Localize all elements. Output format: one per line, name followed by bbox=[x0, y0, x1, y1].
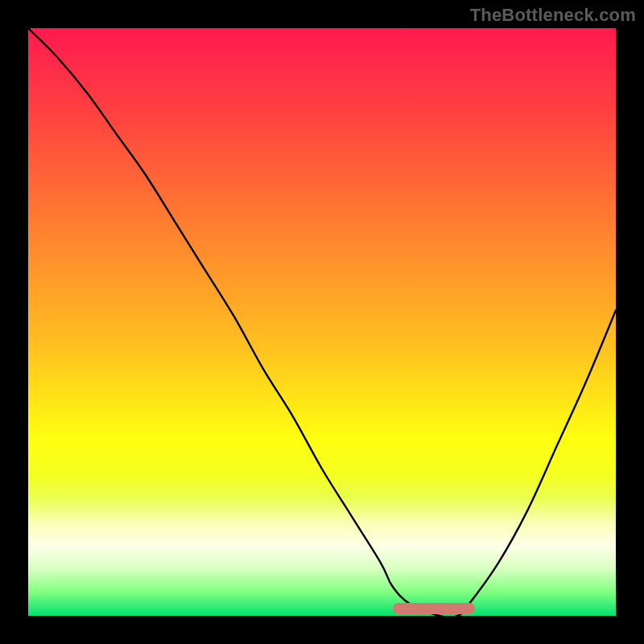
chart-frame: TheBottleneck.com bbox=[0, 0, 644, 644]
bottleneck-curve bbox=[28, 28, 616, 616]
curve-svg bbox=[28, 28, 616, 616]
valley-marker bbox=[393, 603, 475, 614]
plot-area bbox=[28, 28, 616, 616]
watermark-text: TheBottleneck.com bbox=[470, 5, 636, 26]
